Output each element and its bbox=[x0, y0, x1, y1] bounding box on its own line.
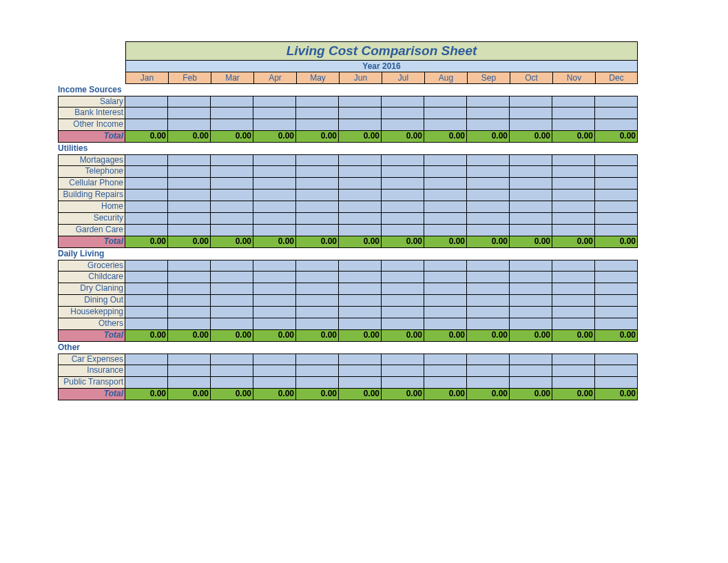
data-cell[interactable] bbox=[595, 166, 638, 178]
data-cell[interactable] bbox=[424, 283, 467, 295]
data-cell[interactable] bbox=[253, 119, 296, 131]
data-cell[interactable] bbox=[253, 272, 296, 283]
data-cell[interactable] bbox=[467, 295, 510, 307]
data-cell[interactable] bbox=[339, 225, 382, 236]
data-cell[interactable] bbox=[125, 190, 168, 201]
data-cell[interactable] bbox=[552, 354, 595, 365]
data-cell[interactable] bbox=[595, 318, 638, 330]
data-cell[interactable] bbox=[253, 154, 296, 166]
data-cell[interactable] bbox=[339, 318, 382, 330]
data-cell[interactable] bbox=[125, 119, 168, 131]
data-cell[interactable] bbox=[552, 365, 595, 377]
data-cell[interactable] bbox=[339, 354, 382, 365]
data-cell[interactable] bbox=[125, 272, 168, 283]
data-cell[interactable] bbox=[296, 295, 339, 307]
data-cell[interactable] bbox=[296, 354, 339, 365]
data-cell[interactable] bbox=[424, 96, 467, 108]
data-cell[interactable] bbox=[510, 178, 552, 190]
data-cell[interactable] bbox=[339, 119, 382, 131]
data-cell[interactable] bbox=[211, 260, 253, 272]
data-cell[interactable] bbox=[467, 178, 510, 190]
data-cell[interactable] bbox=[510, 283, 552, 295]
data-cell[interactable] bbox=[211, 354, 253, 365]
data-cell[interactable] bbox=[253, 295, 296, 307]
data-cell[interactable] bbox=[253, 318, 296, 330]
data-cell[interactable] bbox=[382, 354, 424, 365]
data-cell[interactable] bbox=[382, 119, 424, 131]
data-cell[interactable] bbox=[296, 178, 339, 190]
data-cell[interactable] bbox=[424, 225, 467, 236]
data-cell[interactable] bbox=[467, 318, 510, 330]
data-cell[interactable] bbox=[467, 119, 510, 131]
data-cell[interactable] bbox=[339, 283, 382, 295]
data-cell[interactable] bbox=[168, 166, 211, 178]
data-cell[interactable] bbox=[382, 318, 424, 330]
data-cell[interactable] bbox=[552, 96, 595, 108]
data-cell[interactable] bbox=[382, 108, 424, 119]
data-cell[interactable] bbox=[339, 213, 382, 225]
data-cell[interactable] bbox=[595, 154, 638, 166]
data-cell[interactable] bbox=[424, 354, 467, 365]
data-cell[interactable] bbox=[339, 272, 382, 283]
data-cell[interactable] bbox=[125, 213, 168, 225]
data-cell[interactable] bbox=[168, 318, 211, 330]
data-cell[interactable] bbox=[253, 213, 296, 225]
data-cell[interactable] bbox=[552, 213, 595, 225]
data-cell[interactable] bbox=[168, 283, 211, 295]
data-cell[interactable] bbox=[253, 307, 296, 318]
data-cell[interactable] bbox=[211, 108, 253, 119]
data-cell[interactable] bbox=[125, 365, 168, 377]
data-cell[interactable] bbox=[211, 377, 253, 389]
data-cell[interactable] bbox=[382, 225, 424, 236]
data-cell[interactable] bbox=[211, 307, 253, 318]
data-cell[interactable] bbox=[211, 295, 253, 307]
data-cell[interactable] bbox=[510, 166, 552, 178]
data-cell[interactable] bbox=[168, 365, 211, 377]
data-cell[interactable] bbox=[552, 201, 595, 213]
data-cell[interactable] bbox=[296, 166, 339, 178]
data-cell[interactable] bbox=[424, 307, 467, 318]
data-cell[interactable] bbox=[211, 213, 253, 225]
data-cell[interactable] bbox=[510, 318, 552, 330]
data-cell[interactable] bbox=[510, 190, 552, 201]
data-cell[interactable] bbox=[339, 178, 382, 190]
data-cell[interactable] bbox=[168, 377, 211, 389]
data-cell[interactable] bbox=[424, 178, 467, 190]
data-cell[interactable] bbox=[467, 365, 510, 377]
data-cell[interactable] bbox=[125, 318, 168, 330]
data-cell[interactable] bbox=[552, 260, 595, 272]
data-cell[interactable] bbox=[552, 295, 595, 307]
data-cell[interactable] bbox=[253, 354, 296, 365]
data-cell[interactable] bbox=[211, 154, 253, 166]
data-cell[interactable] bbox=[296, 213, 339, 225]
data-cell[interactable] bbox=[125, 295, 168, 307]
data-cell[interactable] bbox=[339, 190, 382, 201]
data-cell[interactable] bbox=[211, 96, 253, 108]
data-cell[interactable] bbox=[552, 119, 595, 131]
data-cell[interactable] bbox=[424, 190, 467, 201]
data-cell[interactable] bbox=[296, 154, 339, 166]
data-cell[interactable] bbox=[125, 354, 168, 365]
data-cell[interactable] bbox=[125, 108, 168, 119]
data-cell[interactable] bbox=[552, 108, 595, 119]
data-cell[interactable] bbox=[382, 154, 424, 166]
data-cell[interactable] bbox=[125, 154, 168, 166]
data-cell[interactable] bbox=[296, 272, 339, 283]
data-cell[interactable] bbox=[382, 260, 424, 272]
data-cell[interactable] bbox=[125, 201, 168, 213]
data-cell[interactable] bbox=[424, 119, 467, 131]
data-cell[interactable] bbox=[424, 201, 467, 213]
data-cell[interactable] bbox=[168, 108, 211, 119]
data-cell[interactable] bbox=[168, 225, 211, 236]
data-cell[interactable] bbox=[339, 166, 382, 178]
data-cell[interactable] bbox=[125, 225, 168, 236]
data-cell[interactable] bbox=[211, 166, 253, 178]
data-cell[interactable] bbox=[595, 190, 638, 201]
data-cell[interactable] bbox=[211, 225, 253, 236]
data-cell[interactable] bbox=[296, 260, 339, 272]
data-cell[interactable] bbox=[510, 213, 552, 225]
data-cell[interactable] bbox=[168, 201, 211, 213]
data-cell[interactable] bbox=[125, 283, 168, 295]
data-cell[interactable] bbox=[253, 190, 296, 201]
data-cell[interactable] bbox=[424, 108, 467, 119]
